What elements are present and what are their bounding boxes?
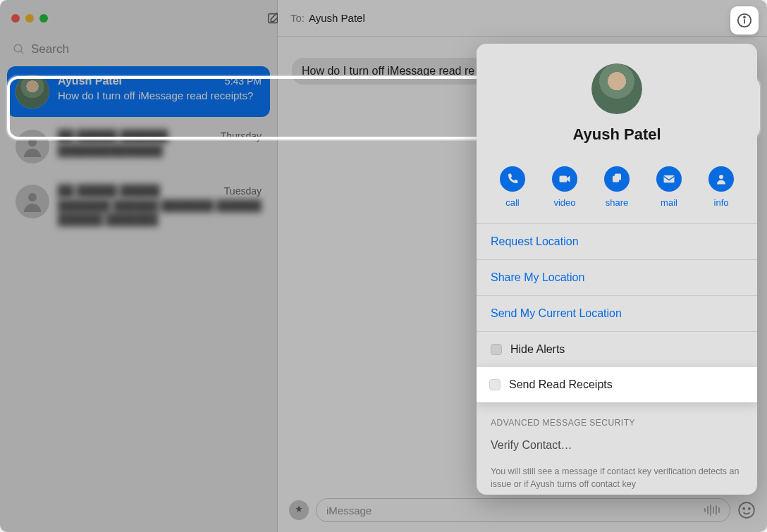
search-placeholder: Search xyxy=(31,42,69,56)
call-label: call xyxy=(505,197,520,208)
verify-contact-link[interactable]: Verify Contact… xyxy=(477,432,757,459)
checkbox-icon xyxy=(491,344,502,355)
avatar xyxy=(16,130,49,163)
conversation-list: Ayush Patel 5:43 PM How do I turn off iM… xyxy=(0,66,277,235)
info-popover: Ayush Patel call video share mail info xyxy=(477,44,757,495)
svg-line-2 xyxy=(20,51,23,54)
contact-avatar xyxy=(591,63,642,114)
conversation-name: ██ █████ █████ xyxy=(58,185,160,197)
mail-button[interactable]: mail xyxy=(648,166,690,208)
svg-point-1 xyxy=(14,44,22,52)
svg-point-13 xyxy=(719,175,723,179)
video-icon xyxy=(558,173,571,185)
message-input[interactable]: iMessage xyxy=(316,498,730,522)
apps-icon[interactable] xyxy=(289,500,309,520)
emoji-icon[interactable] xyxy=(737,501,756,519)
svg-rect-11 xyxy=(615,174,621,180)
details-button[interactable] xyxy=(730,6,759,35)
info-icon xyxy=(737,13,752,28)
to-name[interactable]: Ayush Patel xyxy=(309,12,365,24)
phone-icon xyxy=(506,173,519,185)
hide-alerts-checkbox[interactable]: Hide Alerts xyxy=(477,331,757,367)
share-icon xyxy=(610,173,623,185)
mail-icon xyxy=(663,173,675,185)
audio-message-icon[interactable] xyxy=(704,505,720,516)
incoming-message: How do I turn off iMessage read re xyxy=(292,58,484,85)
info-button[interactable]: info xyxy=(700,166,742,208)
conversation-time: Thursday xyxy=(221,130,262,142)
conversation-item[interactable]: ██ █████ █████ Tuesday ███████ ██████ ██… xyxy=(7,176,270,235)
video-label: video xyxy=(553,197,575,208)
conversation-preview: ███████ ██████ ███████ ██████ ██████ ███… xyxy=(58,199,262,226)
video-button[interactable]: video xyxy=(544,166,586,208)
request-location-link[interactable]: Request Location xyxy=(477,224,757,259)
minimize-window-icon[interactable] xyxy=(25,14,34,23)
verification-note: You will still see a message if contact … xyxy=(477,459,757,495)
contact-actions: call video share mail info xyxy=(477,156,757,223)
titlebar xyxy=(0,0,277,37)
call-button[interactable]: call xyxy=(491,166,534,208)
share-my-location-link[interactable]: Share My Location xyxy=(477,259,757,295)
advanced-security-label: ADVANCED MESSAGE SECURITY xyxy=(477,402,757,432)
svg-point-6 xyxy=(739,502,754,518)
svg-rect-12 xyxy=(664,175,675,183)
conversation-time: Tuesday xyxy=(224,185,262,197)
to-label: To: xyxy=(290,12,305,24)
sidebar: Search Ayush Patel 5:43 PM How do I turn… xyxy=(0,0,278,532)
conversation-preview: ██████████████ xyxy=(58,144,262,158)
avatar xyxy=(16,185,49,218)
popover-header: Ayush Patel xyxy=(477,44,757,156)
conversation-header: To: Ayush Patel xyxy=(278,0,767,37)
send-read-receipts-label: Send Read Receipts xyxy=(509,378,613,391)
traffic-lights[interactable] xyxy=(11,14,48,23)
share-label: share xyxy=(606,197,629,208)
info-label: info xyxy=(714,197,729,208)
close-window-icon[interactable] xyxy=(11,14,20,23)
conversation-name: ██ █████ ██████ xyxy=(58,130,168,142)
share-button[interactable]: share xyxy=(596,166,638,208)
svg-rect-9 xyxy=(560,176,567,183)
person-icon xyxy=(715,173,728,185)
compose-bar: iMessage xyxy=(278,497,767,524)
conversation-item[interactable]: Ayush Patel 5:43 PM How do I turn off iM… xyxy=(7,66,270,117)
search-icon xyxy=(13,43,25,56)
conversation-item[interactable]: ██ █████ ██████ Thursday ██████████████ xyxy=(7,121,270,172)
hide-alerts-label: Hide Alerts xyxy=(510,343,565,356)
contact-name: Ayush Patel xyxy=(477,125,757,144)
conversation-preview: How do I turn off iMessage read receipts… xyxy=(58,89,262,103)
conversation-name: Ayush Patel xyxy=(58,75,122,87)
svg-point-4 xyxy=(28,193,37,202)
checkbox-icon xyxy=(489,379,501,390)
send-my-location-link[interactable]: Send My Current Location xyxy=(477,295,757,331)
svg-point-8 xyxy=(749,508,750,509)
maximize-window-icon[interactable] xyxy=(39,14,48,23)
conversation-time: 5:43 PM xyxy=(225,75,262,87)
svg-point-7 xyxy=(743,508,744,509)
svg-point-16 xyxy=(744,17,745,18)
svg-point-3 xyxy=(28,138,37,147)
message-placeholder: iMessage xyxy=(326,505,372,516)
search-input[interactable]: Search xyxy=(13,42,264,56)
mail-label: mail xyxy=(661,197,677,208)
avatar xyxy=(16,75,49,109)
send-read-receipts-checkbox[interactable]: Send Read Receipts xyxy=(477,367,757,402)
